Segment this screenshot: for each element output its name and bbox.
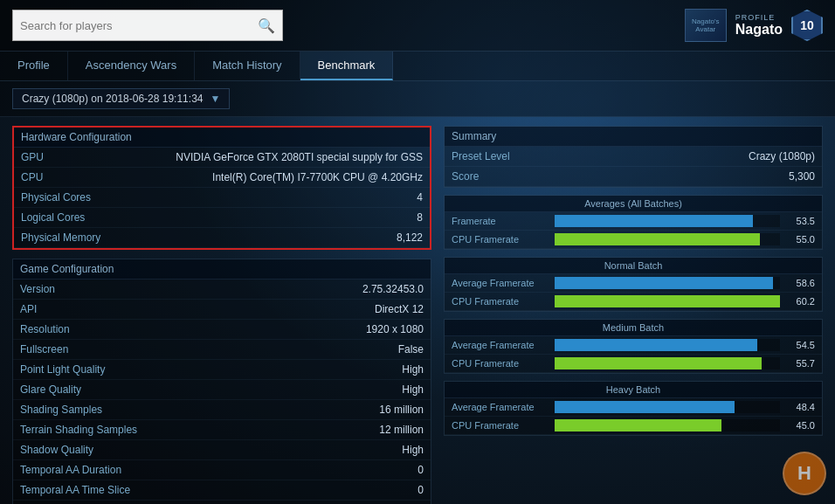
hw-label: Physical Cores [14, 188, 119, 208]
bar-container [555, 339, 780, 351]
table-row: GPUNVIDIA GeForce GTX 2080TI special sup… [14, 148, 430, 168]
right-panel: Summary Preset Level Crazy (1080p) Score… [444, 126, 823, 504]
preset-level-row: Preset Level Crazy (1080p) [445, 147, 822, 167]
table-row: Shading Samples16 million [13, 400, 431, 420]
bar-value: 48.4 [787, 402, 815, 412]
bar-row: CPU Framerate 55.7 [445, 355, 822, 373]
hardware-config: Hardware Configuration GPUNVIDIA GeForce… [12, 126, 431, 250]
bar-label: CPU Framerate [452, 420, 548, 431]
normal-batch-header: Normal Batch [445, 258, 822, 274]
game-config: Game Configuration Version2.75.32453.0AP… [12, 259, 431, 504]
tab-benchmark[interactable]: Benchmark [300, 52, 394, 80]
table-row: Shadow QualityHigh [13, 440, 431, 460]
bar-value: 55.0 [787, 234, 815, 245]
bar-container [555, 277, 780, 289]
hw-value: Intel(R) Core(TM) I7-7700K CPU @ 4.20GHz [119, 168, 430, 188]
hw-label: CPU [14, 168, 119, 188]
table-row: Logical Cores8 [14, 208, 430, 228]
bar-row: Average Framerate 54.5 [445, 336, 822, 355]
hw-value: 8 [119, 208, 430, 228]
game-label: Shadow Quality [13, 440, 144, 460]
bar-label: Average Framerate [452, 278, 548, 288]
benchmark-selector: Crazy (1080p) on 2018-06-28 19:11:34 ▼ [0, 81, 835, 117]
table-row: Physical Cores4 [14, 188, 430, 208]
heavy-batch-section: Heavy Batch Average Framerate 48.4 CPU F… [444, 381, 823, 436]
profile-name: Nagato [735, 22, 783, 38]
game-label: Multisample Anti-Aliasing [13, 501, 144, 505]
bar-container [555, 215, 780, 227]
tab-match-history[interactable]: Match History [195, 52, 300, 80]
game-value: 4 [144, 501, 431, 505]
chevron-down-icon: ▼ [210, 93, 220, 105]
game-value: DirectX 12 [144, 300, 431, 320]
medium-batch-section: Medium Batch Average Framerate 54.5 CPU … [444, 319, 823, 374]
left-panel: Hardware Configuration GPUNVIDIA GeForce… [12, 126, 431, 504]
bar-label: Average Framerate [452, 402, 548, 412]
bar-value: 60.2 [787, 296, 815, 307]
table-row: Temporal AA Time Slice0 [13, 480, 431, 501]
bar-fill [555, 233, 760, 245]
hw-label: Logical Cores [14, 208, 119, 228]
bar-container [555, 419, 780, 432]
game-value: High [144, 360, 431, 380]
hw-label: Physical Memory [14, 228, 119, 248]
game-value: 2.75.32453.0 [144, 280, 431, 300]
score-label: Score [452, 170, 479, 183]
game-config-table: Version2.75.32453.0APIDirectX 12Resoluti… [13, 280, 431, 504]
bar-row: Average Framerate 58.6 [445, 274, 822, 293]
bar-value: 54.5 [787, 340, 815, 350]
game-config-header: Game Configuration [13, 259, 431, 280]
medium-batch-header: Medium Batch [445, 320, 822, 336]
normal-batch-section: Normal Batch Average Framerate 58.6 CPU … [444, 257, 823, 312]
bar-row: Average Framerate 48.4 [445, 398, 822, 417]
level-badge: 10 [791, 10, 823, 41]
main-content: Hardware Configuration GPUNVIDIA GeForce… [0, 117, 835, 504]
hw-value: 8,122 [119, 228, 430, 248]
game-value: False [144, 340, 431, 360]
watermark: H [783, 452, 826, 495]
averages-header: Averages (All Batches) [445, 196, 822, 212]
bar-label: CPU Framerate [452, 234, 548, 245]
game-label: Version [13, 280, 144, 300]
game-label: Resolution [13, 320, 144, 340]
game-label: Shading Samples [13, 400, 144, 420]
search-icon[interactable]: 🔍 [258, 17, 275, 34]
table-row: Physical Memory8,122 [14, 228, 430, 248]
bar-container [555, 401, 780, 413]
game-value: 16 million [144, 400, 431, 420]
bar-value: 58.6 [787, 278, 815, 288]
bar-container [555, 357, 780, 369]
game-label: Point Light Quality [13, 360, 144, 380]
bar-fill [555, 277, 773, 289]
bar-container [555, 233, 780, 245]
nav-tabs: Profile Ascendency Wars Match History Be… [0, 52, 835, 81]
bar-value: 55.7 [787, 358, 815, 369]
table-row: APIDirectX 12 [13, 300, 431, 320]
preset-level-label: Preset Level [452, 150, 510, 162]
bar-row: CPU Framerate 55.0 [445, 231, 822, 249]
tab-profile[interactable]: Profile [0, 52, 68, 80]
tab-ascendency[interactable]: Ascendency Wars [68, 52, 195, 80]
benchmark-dropdown[interactable]: Crazy (1080p) on 2018-06-28 19:11:34 ▼ [12, 88, 230, 109]
bar-container [555, 295, 780, 307]
search-input[interactable] [20, 19, 258, 32]
game-value: High [144, 380, 431, 400]
score-value: 5,300 [789, 170, 815, 183]
search-container: 🔍 [12, 10, 283, 41]
bar-row: CPU Framerate 60.2 [445, 293, 822, 311]
bar-label: CPU Framerate [452, 358, 548, 369]
score-row: Score 5,300 [445, 167, 822, 187]
bar-fill [555, 215, 753, 227]
bar-fill [555, 419, 721, 432]
bar-fill [555, 357, 762, 369]
game-value: High [144, 440, 431, 460]
bar-label: CPU Framerate [452, 296, 548, 307]
game-label: Temporal AA Time Slice [13, 480, 144, 501]
game-label: Temporal AA Duration [13, 460, 144, 480]
bar-row: CPU Framerate 45.0 [445, 417, 822, 435]
hw-value: NVIDIA GeForce GTX 2080TI special supply… [119, 148, 430, 168]
table-row: Version2.75.32453.0 [13, 280, 431, 300]
game-label: Fullscreen [13, 340, 144, 360]
table-row: Temporal AA Duration0 [13, 460, 431, 480]
preset-level-value: Crazy (1080p) [749, 150, 815, 162]
